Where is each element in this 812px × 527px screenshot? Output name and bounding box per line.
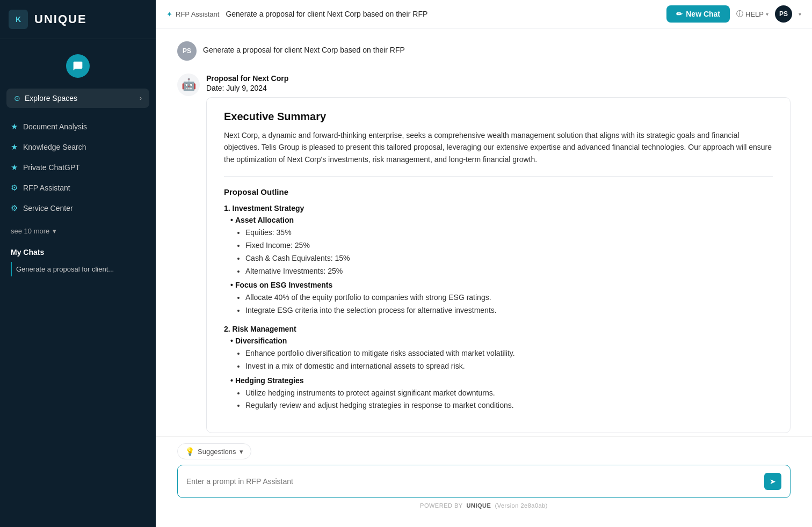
sidebar-item-label: Document Analysis	[23, 122, 87, 131]
chat-history-item-label: Generate a proposal for client...	[16, 265, 114, 273]
spark-icon: ✦	[166, 10, 172, 18]
sidebar: K UNIQUE ⊙ Explore Spaces › ★ Document A…	[0, 0, 156, 527]
bottom-area: 💡 Suggestions ▾ ➤ POWERED BY UNIQUE (Ver…	[156, 436, 812, 527]
sub-title-hedging: Hedging Strategies	[230, 376, 773, 385]
esg-list: Allocate 40% of the equity portfolio to …	[245, 291, 773, 317]
section-2-title: 2. Risk Management	[224, 325, 773, 333]
explore-spaces-button[interactable]: ⊙ Explore Spaces ›	[6, 89, 149, 108]
user-message-text: Generate a proposal for client Next Corp…	[203, 41, 405, 54]
sidebar-nav: ★ Document Analysis ★ Knowledge Search ★…	[0, 112, 156, 223]
sub-title-asset-allocation: Asset Allocation	[230, 216, 773, 224]
list-item: Equities: 35%	[245, 226, 773, 239]
logo-text: UNIQUE	[34, 12, 87, 26]
proposal-content: Executive Summary Next Corp, a dynamic a…	[206, 97, 791, 433]
footer-brand: UNIQUE	[467, 502, 491, 509]
outline-sub-diversification: Diversification Enhance portfolio divers…	[230, 336, 773, 373]
sidebar-item-document-analysis[interactable]: ★ Document Analysis	[0, 116, 156, 137]
explore-label: Explore Spaces	[25, 94, 77, 103]
people-icon: ⚙	[11, 203, 18, 213]
list-item: Fixed Income: 25%	[245, 239, 773, 252]
new-chat-label: New Chat	[686, 10, 720, 18]
user-avatar-label: PS	[183, 47, 191, 55]
chat-icon-button[interactable]	[66, 54, 90, 78]
chevron-right-icon: ›	[140, 94, 142, 102]
list-item: Allocate 40% of the equity portfolio to …	[245, 291, 773, 304]
list-item: Cash & Cash Equivalents: 15%	[245, 252, 773, 265]
rfp-badge-label: RFP Assistant	[176, 10, 219, 18]
sidebar-item-knowledge-search[interactable]: ★ Knowledge Search	[0, 137, 156, 157]
user-avatar-icon: PS	[177, 41, 197, 61]
sidebar-item-service-center[interactable]: ⚙ Service Center	[0, 198, 156, 218]
list-item: Invest in a mix of domestic and internat…	[245, 360, 773, 373]
avatar-label: PS	[779, 10, 788, 18]
star-icon: ★	[11, 142, 18, 152]
sidebar-item-label: Knowledge Search	[23, 143, 86, 151]
proposal-date: Date: July 9, 2024	[206, 84, 267, 92]
outline-section-2: 2. Risk Management Diversification Enhan…	[224, 325, 773, 412]
chevron-down-icon: ▾	[799, 11, 801, 17]
my-chats-label: My Chats	[11, 248, 145, 257]
sidebar-item-rfp-assistant[interactable]: ⚙ RFP Assistant	[0, 178, 156, 198]
outline-sub-hedging: Hedging Strategies Utilize hedging instr…	[230, 376, 773, 413]
list-item: Regularly review and adjust hedging stra…	[245, 399, 773, 412]
list-item: Utilize hedging instruments to protect a…	[245, 387, 773, 400]
send-icon: ➤	[770, 477, 776, 486]
see-more-label: see 10 more	[11, 227, 49, 235]
chat-history-item[interactable]: Generate a proposal for client...	[11, 262, 145, 276]
sidebar-item-private-chatgpt[interactable]: ★ Private ChatGPT	[0, 157, 156, 178]
logo-icon: K	[9, 10, 28, 29]
main-content: ✦ RFP Assistant Generate a proposal for …	[156, 0, 812, 527]
powered-by-label: POWERED BY	[420, 502, 462, 509]
footer-version: (Version 2e8a0ab)	[495, 502, 548, 509]
sidebar-item-label: Private ChatGPT	[23, 163, 80, 172]
bot-message: 🤖 Proposal for Next Corp Date: July 9, 2…	[177, 74, 791, 433]
pencil-icon: ✏	[676, 10, 683, 18]
sidebar-header: K UNIQUE	[0, 0, 156, 39]
my-chats-section: My Chats Generate a proposal for client.…	[0, 239, 156, 281]
prompt-input-wrapper: ➤	[177, 465, 791, 498]
bulb-icon: 💡	[185, 447, 194, 456]
sidebar-item-label: Service Center	[23, 204, 73, 213]
people-icon: ⚙	[11, 183, 18, 193]
user-avatar[interactable]: PS	[775, 5, 792, 23]
suggestions-button[interactable]: 💡 Suggestions ▾	[177, 443, 251, 459]
see-more-button[interactable]: see 10 more ▾	[0, 223, 156, 239]
explore-icon: ⊙	[14, 94, 20, 103]
chevron-down-icon: ▾	[240, 448, 243, 456]
send-button[interactable]: ➤	[764, 473, 781, 490]
help-label: HELP	[745, 10, 764, 18]
star-icon: ★	[11, 163, 18, 172]
rfp-badge: ✦ RFP Assistant	[166, 10, 219, 18]
outline-sub-asset-allocation: Asset Allocation Equities: 35% Fixed Inc…	[230, 216, 773, 277]
help-circle-icon: ⓘ	[736, 9, 743, 19]
prompt-input[interactable]	[186, 477, 759, 486]
suggestions-label: Suggestions	[198, 448, 236, 456]
new-chat-button[interactable]: ✏ New Chat	[666, 5, 730, 23]
proposal-outline: Proposal Outline 1. Investment Strategy …	[224, 187, 773, 412]
footer: POWERED BY UNIQUE (Version 2e8a0ab)	[177, 498, 791, 516]
asset-allocation-list: Equities: 35% Fixed Income: 25% Cash & C…	[245, 226, 773, 277]
topbar: ✦ RFP Assistant Generate a proposal for …	[156, 0, 812, 28]
bot-message-body: Proposal for Next Corp Date: July 9, 202…	[206, 74, 791, 433]
executive-summary-text: Next Corp, a dynamic and forward-thinkin…	[224, 129, 773, 177]
list-item: Alternative Investments: 25%	[245, 265, 773, 278]
topbar-title: Generate a proposal for client Next Corp…	[226, 10, 660, 18]
chevron-down-icon: ▾	[53, 227, 56, 235]
chat-content: PS Generate a proposal for client Next C…	[156, 28, 812, 436]
executive-summary-title: Executive Summary	[224, 111, 773, 123]
sub-title-esg: Focus on ESG Investments	[230, 281, 773, 289]
sidebar-item-label: RFP Assistant	[23, 184, 70, 192]
proposal-title: Proposal for Next Corp	[206, 74, 288, 83]
proposal-outline-label: Proposal Outline	[224, 187, 773, 196]
section-1-title: 1. Investment Strategy	[224, 204, 773, 213]
star-icon: ★	[11, 122, 18, 131]
user-message: PS Generate a proposal for client Next C…	[177, 41, 791, 61]
help-button[interactable]: ⓘ HELP ▾	[736, 9, 769, 19]
outline-section-1: 1. Investment Strategy Asset Allocation …	[224, 204, 773, 317]
chevron-down-icon: ▾	[766, 11, 769, 17]
bot-meta: Proposal for Next Corp Date: July 9, 202…	[206, 74, 791, 93]
list-item: Enhance portfolio diversification to mit…	[245, 347, 773, 360]
bot-avatar: 🤖	[177, 74, 200, 96]
outline-sub-esg: Focus on ESG Investments Allocate 40% of…	[230, 281, 773, 317]
diversification-list: Enhance portfolio diversification to mit…	[245, 347, 773, 373]
